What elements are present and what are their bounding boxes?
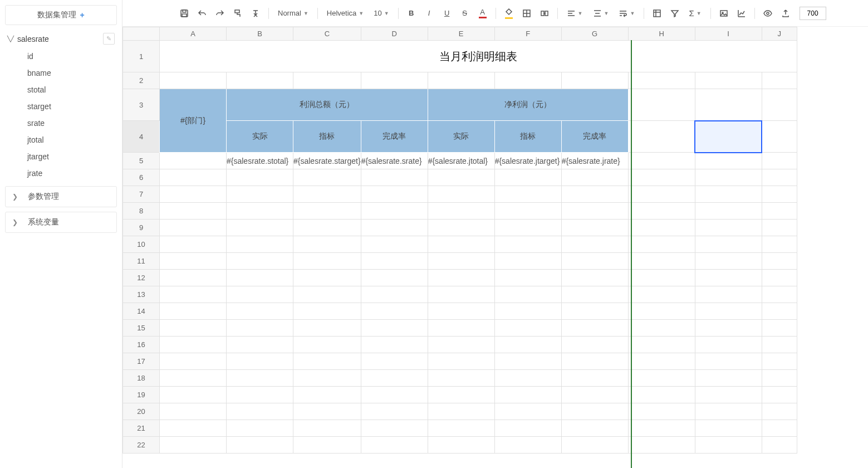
cell[interactable] [160, 437, 227, 454]
cell[interactable] [628, 337, 695, 353]
cell[interactable] [160, 169, 227, 186]
chevron-down-icon[interactable]: ╲╱ [7, 36, 14, 42]
cell[interactable] [160, 387, 227, 403]
cell[interactable] [428, 387, 494, 403]
cell[interactable] [762, 370, 797, 387]
cell[interactable] [160, 253, 227, 270]
freeze-icon[interactable] [650, 6, 664, 21]
cell[interactable] [293, 236, 361, 253]
cell[interactable] [561, 437, 628, 454]
cell[interactable] [762, 270, 797, 286]
cell[interactable] [494, 420, 561, 437]
preview-icon[interactable] [761, 6, 775, 21]
cell[interactable] [293, 270, 361, 286]
cell[interactable] [628, 403, 695, 420]
dataset-node-salesrate[interactable]: ╲╱ salesrate ✎ [5, 30, 117, 48]
filter-icon[interactable] [668, 6, 682, 21]
field-item[interactable]: bname [5, 65, 117, 81]
cell[interactable] [762, 437, 797, 454]
cell[interactable]: #{salesrate.starget} [293, 153, 361, 169]
cell[interactable] [227, 220, 293, 236]
cell[interactable] [361, 370, 428, 387]
cell[interactable] [227, 270, 293, 286]
cell[interactable] [494, 303, 561, 320]
cell[interactable] [494, 403, 561, 420]
column-header[interactable]: I [695, 27, 762, 41]
row-header[interactable]: 6 [123, 169, 160, 186]
cell[interactable] [695, 303, 762, 320]
cell[interactable] [428, 169, 494, 186]
cell[interactable]: 完成率 [361, 121, 428, 153]
cell[interactable] [428, 203, 494, 220]
field-item[interactable]: id [5, 48, 117, 65]
cell[interactable] [160, 220, 227, 236]
field-item[interactable]: starget [5, 98, 117, 115]
cell[interactable] [160, 303, 227, 320]
cell[interactable] [695, 403, 762, 420]
cell[interactable] [695, 153, 762, 169]
row-header[interactable]: 9 [123, 220, 160, 236]
underline-icon[interactable]: U [440, 6, 454, 21]
cell[interactable] [762, 353, 797, 370]
cell[interactable] [160, 153, 227, 169]
cell[interactable] [361, 72, 428, 89]
cell[interactable] [293, 169, 361, 186]
cell[interactable] [628, 203, 695, 220]
cell[interactable] [227, 186, 293, 203]
row-header[interactable]: 18 [123, 370, 160, 387]
cell[interactable] [293, 387, 361, 403]
cell[interactable] [561, 420, 628, 437]
cell[interactable] [695, 353, 762, 370]
save-icon[interactable] [177, 6, 192, 21]
cell[interactable] [628, 286, 695, 303]
column-header[interactable]: E [428, 27, 494, 41]
cell[interactable] [227, 236, 293, 253]
fill-color-icon[interactable] [502, 6, 516, 21]
cell[interactable]: #{salesrate.stotal} [227, 153, 293, 169]
cell[interactable] [227, 303, 293, 320]
cell[interactable] [361, 420, 428, 437]
cell[interactable] [428, 353, 494, 370]
cell[interactable] [428, 286, 494, 303]
edit-dataset-icon[interactable]: ✎ [103, 33, 115, 45]
cell[interactable] [695, 186, 762, 203]
cell[interactable] [227, 320, 293, 337]
row-header[interactable]: 15 [123, 320, 160, 337]
cell[interactable] [227, 203, 293, 220]
cell[interactable] [695, 72, 762, 89]
row-header[interactable]: 10 [123, 236, 160, 253]
border-icon[interactable] [519, 6, 534, 21]
cell[interactable] [762, 169, 797, 186]
cell[interactable] [628, 270, 695, 286]
cell[interactable] [762, 186, 797, 203]
cell[interactable] [227, 370, 293, 387]
cell[interactable] [695, 253, 762, 270]
cell[interactable] [628, 169, 695, 186]
section-params[interactable]: ❯ 参数管理 [5, 186, 117, 207]
cell[interactable] [628, 186, 695, 203]
cell[interactable] [160, 270, 227, 286]
chart-icon[interactable] [734, 6, 749, 21]
cell[interactable] [428, 303, 494, 320]
row-header[interactable]: 16 [123, 337, 160, 353]
cell[interactable] [494, 353, 561, 370]
cell[interactable] [762, 153, 797, 169]
column-header[interactable]: D [361, 27, 428, 41]
cell[interactable] [160, 286, 227, 303]
cell[interactable] [293, 186, 361, 203]
cell[interactable] [762, 236, 797, 253]
align-horizontal-icon[interactable]: ▼ [563, 6, 586, 21]
cell[interactable] [561, 203, 628, 220]
cell[interactable] [628, 320, 695, 337]
cell[interactable] [361, 286, 428, 303]
cell[interactable] [561, 370, 628, 387]
align-vertical-icon[interactable]: ▼ [590, 6, 612, 21]
cell[interactable] [762, 320, 797, 337]
cell[interactable] [227, 169, 293, 186]
cell[interactable]: 净利润（元） [428, 89, 628, 121]
formula-icon[interactable]: Σ▼ [685, 6, 704, 21]
cell[interactable] [695, 236, 762, 253]
cell[interactable] [762, 337, 797, 353]
cell[interactable]: #{salesrate.jtotal} [428, 153, 494, 169]
cell[interactable] [494, 337, 561, 353]
